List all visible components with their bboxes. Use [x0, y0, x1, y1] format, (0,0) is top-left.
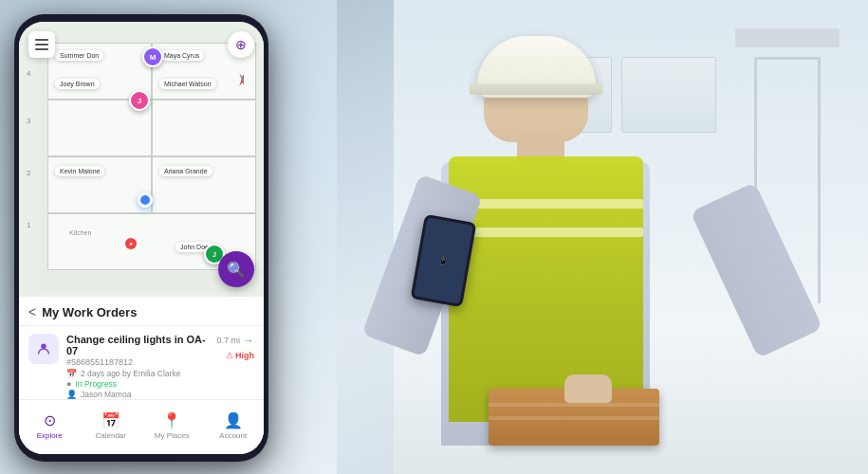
floor-1: 1: [27, 221, 30, 229]
floor-4: 4: [27, 69, 30, 78]
back-arrow-button[interactable]: <: [28, 304, 36, 319]
wo1-id: #5868551187812: [66, 357, 209, 367]
worker-area: 📱: [337, 0, 868, 474]
vest-stripe2: [449, 228, 643, 237]
bottom-nav: ⊙ Explore 📅 Calendar 📍 My Places 👤 Accou…: [19, 399, 264, 454]
room-lower-left: [47, 156, 152, 213]
work-orders-title: My Work Orders: [42, 305, 137, 319]
map-user-joey: Joey Brown: [55, 79, 100, 89]
map-user-summer: Summer Don: [55, 50, 103, 61]
room-lower-right: [152, 156, 256, 213]
user-location-dot: [138, 192, 153, 208]
nav-explore[interactable]: ⊙ Explore: [19, 411, 81, 440]
worker-hand: [564, 374, 612, 403]
work-orders-header: < My Work Orders: [19, 297, 264, 326]
wo1-icon: [28, 334, 59, 364]
svg-point-1: [41, 344, 46, 349]
hard-hat-brim: [470, 83, 602, 95]
phone-mockup: 4 3 2 1 Summer Don Maya Cyrus Joey Brown…: [14, 14, 268, 462]
map-location-button[interactable]: ⊕: [228, 31, 254, 58]
floor-3: 3: [27, 117, 30, 125]
map-menu-button[interactable]: [28, 31, 55, 58]
map-user-ariana: Ariana Grande: [159, 166, 212, 176]
nav-my-places[interactable]: 📍 My Places: [141, 411, 203, 440]
floor-2: 2: [27, 169, 30, 177]
nav-calendar[interactable]: 📅 Calendar: [81, 411, 142, 440]
cabinet: [621, 57, 716, 133]
map-area: 4 3 2 1 Summer Don Maya Cyrus Joey Brown…: [19, 22, 264, 297]
north-indicator: [233, 69, 254, 90]
wo1-right: 0.7 mi → ⚠ High: [216, 334, 254, 360]
wo1-priority: ⚠ High: [226, 351, 254, 360]
map-search-button[interactable]: 🔍: [218, 251, 254, 287]
work-order-1[interactable]: Change ceiling lights in OA-07 #58685511…: [19, 326, 264, 409]
wo1-distance: 0.7 mi →: [216, 334, 254, 347]
map-user-michael: Michael Watson: [159, 79, 216, 89]
room-mid-right: [152, 100, 256, 156]
map-red-cross: +: [125, 238, 137, 249]
door-top: [735, 28, 840, 47]
wo1-assignee-meta: 👤 Jason Mamoa: [66, 390, 209, 399]
map-user-kevin: Kevin Malone: [55, 166, 104, 176]
wo1-content: Change ceiling lights in OA-07 #58685511…: [66, 334, 209, 400]
kitchen-label: Kitchen: [66, 228, 94, 237]
wo1-status-meta: ● In Progress: [66, 379, 209, 389]
maya-avatar: M: [142, 46, 163, 67]
joey-avatar: J: [129, 90, 150, 111]
wo1-title: Change ceiling lights in OA-07: [66, 334, 209, 356]
map-user-maya: Maya Cyrus: [159, 50, 204, 61]
phone-screen: 4 3 2 1 Summer Don Maya Cyrus Joey Brown…: [19, 22, 264, 454]
nav-account[interactable]: 👤 Account: [203, 411, 265, 440]
wo1-date-meta: 📅 2 days ago by Emilia Clarke: [66, 369, 209, 378]
